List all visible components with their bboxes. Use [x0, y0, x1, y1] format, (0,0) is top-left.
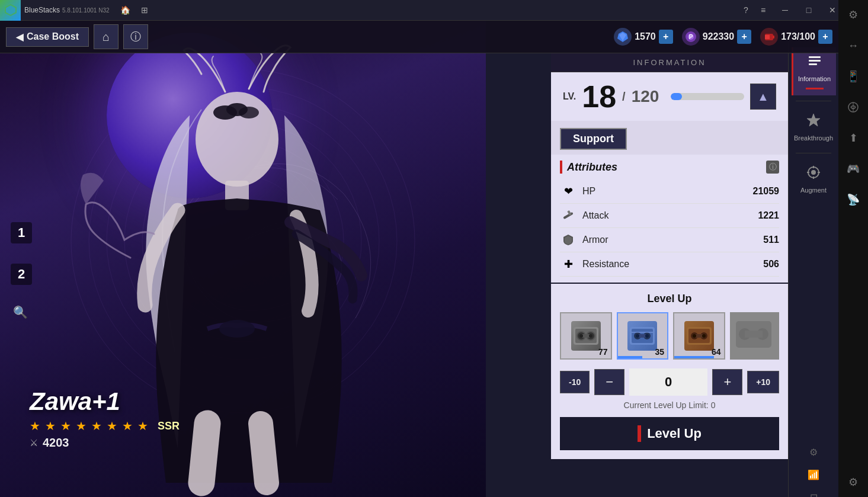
material-img-2	[627, 321, 657, 351]
points-add-button[interactable]: +	[737, 30, 751, 44]
attributes-info-icon[interactable]: ⓘ	[766, 161, 779, 174]
titlebar: BlueStacks 5.8.101.1001 N32 🏠 ⊞ ? ≡ ─ □ …	[0, 0, 868, 21]
star-3: ★	[60, 419, 71, 433]
quantity-controls: -10 − 0 + +10	[560, 368, 779, 396]
bs-icon-2[interactable]: ↔	[838, 31, 868, 60]
breakthrough-tab-label: Breakthrough	[794, 134, 833, 142]
support-section: Support	[551, 121, 788, 155]
active-indicator	[806, 88, 824, 89]
bs-icon-8[interactable]: ⚙	[838, 467, 868, 497]
hp-label: HP	[582, 186, 595, 197]
bluestacks-logo	[0, 0, 21, 21]
material-card-2[interactable]: 35	[617, 312, 669, 360]
character-power-row: ⚔ 4203	[30, 436, 180, 450]
qty-minus-button[interactable]: −	[594, 369, 624, 395]
svg-point-37	[636, 334, 639, 338]
position-2-badge: 2	[11, 264, 32, 285]
information-tab-label: Information	[798, 75, 831, 82]
material-img-3	[684, 321, 714, 351]
armor-label: Armor	[582, 235, 608, 245]
help-icon[interactable]: ?	[739, 3, 753, 17]
tabs-titlebar-icon[interactable]: ⊞	[137, 3, 152, 17]
levelup-title: Level Up	[560, 293, 779, 305]
position-1-badge: 1	[11, 222, 32, 243]
level-bar-background	[671, 93, 744, 100]
back-button[interactable]: ◀ Case Boost	[6, 27, 89, 47]
levelup-limit: Current Level Up Limit: 0	[560, 400, 779, 410]
navigation-bar: ◀ Case Boost ⌂ ⓘ 1570 +	[0, 21, 838, 53]
support-tag: Support	[560, 128, 627, 150]
home-button[interactable]: ⌂	[94, 24, 118, 49]
sidebar-utility-icon-3[interactable]: ⊡	[805, 488, 822, 497]
bs-icon-1[interactable]: ⚙	[838, 0, 868, 30]
character-rarity: SSR	[158, 420, 180, 432]
attributes-header: Attributes ⓘ	[560, 161, 779, 174]
levelup-button[interactable]: Level Up	[560, 417, 779, 450]
lv-label: LV.	[563, 91, 576, 102]
menu-icon[interactable]: ≡	[756, 3, 770, 17]
attr-attack-left: Attack	[560, 207, 608, 224]
minimize-button[interactable]: ─	[773, 0, 797, 21]
attribute-armor: Armor 511	[560, 228, 779, 252]
titlebar-icons: 🏠 ⊞	[118, 3, 152, 17]
resistance-label: Resistance	[582, 259, 629, 270]
bs-icon-5[interactable]: ⬆	[838, 123, 868, 153]
material-2-bar	[618, 356, 643, 358]
bs-icon-3[interactable]: 📱	[838, 62, 868, 91]
attributes-red-bar	[560, 161, 562, 174]
attribute-resistance: ✚ Resistance 506	[560, 252, 779, 277]
material-card-1[interactable]: 77	[560, 312, 612, 360]
sidebar-tab-breakthrough[interactable]: Breakthrough	[792, 107, 836, 148]
svg-marker-54	[807, 114, 820, 126]
attack-value: 1221	[758, 210, 779, 221]
svg-rect-50	[745, 331, 763, 338]
energy-icon	[760, 28, 778, 46]
armor-icon	[560, 232, 576, 248]
svg-rect-22	[773, 36, 774, 39]
level-bar-fill	[671, 93, 682, 100]
app-name: BlueStacks	[24, 6, 60, 14]
breakthrough-tab-icon	[806, 113, 821, 132]
qty-minus10-button[interactable]: -10	[560, 371, 590, 393]
levelup-section: Level Up	[551, 284, 788, 459]
sidebar-tab-augment[interactable]: Augment	[792, 159, 836, 200]
levelup-btn-label: Level Up	[647, 426, 702, 441]
home-titlebar-icon[interactable]: 🏠	[118, 3, 133, 17]
svg-point-14	[219, 320, 255, 338]
character-stars-row: ★ ★ ★ ★ ★ ★ ★ ★ SSR	[30, 419, 180, 433]
svg-text:P: P	[688, 34, 693, 40]
materials-row: 77	[560, 312, 779, 360]
energy-add-button[interactable]: +	[818, 30, 832, 44]
material-card-3[interactable]: 64	[673, 312, 725, 360]
sidebar-tab-information[interactable]: Information	[792, 47, 836, 95]
maximize-button[interactable]: □	[797, 0, 821, 21]
bs-icon-7[interactable]: 📡	[838, 185, 868, 214]
armor-value: 511	[763, 235, 779, 245]
sidebar-utility-icon-2[interactable]: 📶	[805, 466, 822, 483]
qty-plus10-button[interactable]: +10	[747, 371, 779, 393]
attributes-title: Attributes	[567, 161, 617, 174]
gems-value: 1570	[635, 31, 656, 42]
info-button[interactable]: ⓘ	[123, 24, 148, 49]
bs-icon-6[interactable]: 🎮	[838, 154, 868, 184]
attack-label: Attack	[582, 210, 608, 221]
info-symbol: ⓘ	[130, 30, 141, 44]
augment-tab-label: Augment	[800, 187, 827, 194]
material-3-bar	[674, 356, 714, 358]
back-label: Case Boost	[27, 31, 79, 42]
app-version: 5.8.101.1001 N32	[62, 7, 110, 14]
sidebar-divider-2	[796, 153, 831, 153]
gems-add-button[interactable]: +	[659, 30, 673, 44]
level-section: LV. 18 / 120 ▲	[551, 72, 788, 121]
level-up-arrow-button[interactable]: ▲	[750, 84, 776, 110]
information-tab-icon	[807, 53, 822, 72]
star-2: ★	[45, 419, 56, 433]
zoom-icon[interactable]: 🔍	[13, 305, 28, 319]
qty-plus-button[interactable]: +	[712, 369, 742, 395]
character-name: Zawa+1	[30, 387, 180, 416]
home-symbol: ⌂	[103, 30, 110, 44]
bs-icon-4[interactable]	[838, 92, 868, 122]
points-icon: P	[682, 28, 700, 46]
sidebar-utility-icon-1[interactable]: ⚙	[805, 443, 822, 461]
energy-value: 173/100	[781, 31, 815, 42]
